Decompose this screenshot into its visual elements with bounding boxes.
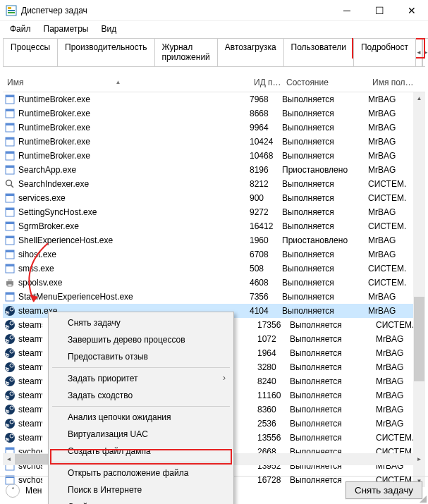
process-state: Выполняется: [290, 362, 376, 372]
table-row[interactable]: SgrmBroker.exe16412ВыполняетсяСИСТЕМ.: [3, 219, 425, 233]
process-user: СИСТЕМ.: [368, 264, 417, 273]
menu-search-online[interactable]: Поиск в Интернете: [51, 481, 231, 498]
process-state: Выполняется: [290, 376, 376, 386]
tab-processes[interactable]: Процессы: [3, 38, 58, 66]
close-button[interactable]: ✕: [396, 0, 428, 21]
table-row[interactable]: StartMenuExperienceHost.exe7356Выполняет…: [3, 290, 425, 304]
process-pid: 1072: [257, 334, 290, 344]
process-pid: 6708: [250, 250, 282, 259]
tab-users[interactable]: Пользователи: [283, 38, 354, 66]
svg-line-17: [11, 185, 14, 188]
resize-grip[interactable]: [417, 493, 427, 503]
process-name: ShellExperienceHost.exe: [18, 235, 113, 245]
table-row[interactable]: sihost.exe6708ВыполняетсяMrBAG: [3, 247, 425, 262]
menubar: Файл Параметры Вид: [0, 21, 428, 38]
minimize-button[interactable]: ─: [331, 0, 363, 21]
tab-app-history[interactable]: Журнал приложений: [154, 38, 218, 66]
menu-uac[interactable]: Виртуализация UAC: [51, 426, 231, 443]
process-name: steams: [18, 320, 42, 330]
svg-rect-29: [6, 264, 14, 266]
svg-rect-3: [8, 12, 15, 13]
menu-affinity[interactable]: Задать сходство: [51, 387, 231, 404]
svg-rect-2: [8, 10, 15, 11]
print-icon: [4, 277, 16, 288]
vertical-scrollbar[interactable]: ▲ ▼: [413, 92, 425, 487]
end-task-button[interactable]: Снять задачу: [346, 481, 422, 499]
tab-startup[interactable]: Автозагрузка: [217, 38, 284, 66]
table-row[interactable]: spoolsv.exe4608ВыполняетсяСИСТЕМ.: [3, 276, 425, 290]
process-name: steamv: [18, 348, 42, 358]
column-user[interactable]: Имя пол…: [368, 75, 417, 90]
svg-point-59: [5, 419, 15, 429]
svg-rect-23: [6, 222, 14, 224]
scroll-left-icon[interactable]: ◄: [3, 456, 15, 462]
process-pid: 13556: [257, 433, 290, 443]
process-pid: 7356: [250, 292, 282, 302]
menu-separator: [52, 367, 230, 368]
process-state: Выполняется: [282, 179, 368, 189]
menu-priority[interactable]: Задать приоритет: [51, 370, 231, 387]
svg-rect-13: [6, 152, 14, 154]
process-pid: 10424: [250, 137, 282, 147]
menu-dump[interactable]: Создать файл дампа: [51, 443, 231, 460]
process-state: Выполняется: [290, 334, 376, 344]
table-row[interactable]: RuntimeBroker.exe8668ВыполняетсяMrBAG: [3, 106, 425, 121]
menu-end-tree[interactable]: Завершить дерево процессов: [51, 331, 231, 348]
process-name: steamv: [18, 405, 42, 414]
process-user: СИСТЕМ.: [368, 221, 417, 231]
menu-file[interactable]: Файл: [4, 23, 37, 35]
tab-performance[interactable]: Производительность: [57, 38, 154, 66]
table-row[interactable]: RuntimeBroker.exe10424ВыполняетсяMrBAG: [3, 135, 425, 149]
scrollbar-thumb[interactable]: [414, 297, 424, 381]
process-name: SettingSyncHost.exe: [18, 207, 97, 217]
table-row[interactable]: smss.exe508ВыполняетсяСИСТЕМ.: [3, 262, 425, 276]
process-user: СИСТЕМ.: [368, 179, 417, 189]
column-state[interactable]: Состояние: [282, 75, 368, 90]
process-name: sihost.exe: [18, 250, 56, 259]
table-row[interactable]: SearchIndexer.exe8212ВыполняетсяСИСТЕМ.: [3, 177, 425, 191]
process-state: Выполняется: [282, 207, 368, 217]
svg-rect-27: [6, 250, 14, 252]
menu-open-location[interactable]: Открыть расположение файла: [51, 465, 231, 481]
table-row[interactable]: SearchApp.exe8196ПриостановленоMrBAG: [3, 163, 425, 177]
steam-icon: [4, 348, 16, 359]
svg-point-53: [5, 391, 15, 400]
table-row[interactable]: RuntimeBroker.exe7968ВыполняетсяMrBAG: [3, 92, 425, 106]
table-row[interactable]: SettingSyncHost.exe9272ВыполняетсяMrBAG: [3, 205, 425, 219]
process-name: SearchApp.exe: [18, 165, 76, 175]
svg-point-47: [5, 362, 15, 372]
svg-rect-66: [6, 448, 14, 450]
menu-wait-chain[interactable]: Анализ цепочки ожидания: [51, 409, 231, 426]
process-pid: 3280: [257, 362, 290, 372]
table-row[interactable]: RuntimeBroker.exe10468ВыполняетсяMrBAG: [3, 149, 425, 163]
table-row[interactable]: RuntimeBroker.exe9964ВыполняетсяMrBAG: [3, 121, 425, 135]
process-user: MrBAG: [368, 137, 417, 147]
app-icon: [4, 122, 16, 133]
menu-feedback[interactable]: Предоставить отзыв: [51, 348, 231, 365]
process-user: MrBAG: [368, 165, 417, 175]
process-pid: 9964: [250, 123, 282, 133]
menu-end-task[interactable]: Снять задачу: [51, 314, 231, 331]
menu-options[interactable]: Параметры: [38, 23, 94, 35]
search-icon: [4, 178, 16, 190]
tab-scroll-right[interactable]: ►: [422, 38, 428, 66]
table-row[interactable]: services.exe900ВыполняетсяСИСТЕМ.: [3, 191, 425, 205]
tab-details[interactable]: Подробност: [353, 38, 416, 66]
maximize-button[interactable]: ☐: [363, 0, 396, 21]
scroll-right-icon[interactable]: ►: [413, 456, 425, 462]
svg-point-44: [5, 348, 15, 358]
menu-properties[interactable]: Свойства: [51, 498, 231, 504]
process-name: RuntimeBroker.exe: [18, 151, 90, 161]
tab-scroll-left[interactable]: ◄: [415, 38, 422, 66]
window-title: Диспетчер задач: [21, 6, 87, 16]
context-menu: Снять задачу Завершить дерево процессов …: [48, 312, 234, 504]
column-name[interactable]: Имя▲: [3, 75, 250, 90]
app-icon: [4, 150, 16, 161]
menu-view[interactable]: Вид: [95, 23, 122, 35]
fewer-details-button[interactable]: ˄: [6, 484, 20, 498]
column-pid[interactable]: ИД п…: [250, 75, 282, 90]
scroll-up-icon[interactable]: ▲: [413, 92, 425, 104]
process-state: Выполняется: [282, 306, 368, 316]
table-row[interactable]: ShellExperienceHost.exe1960Приостановлен…: [3, 233, 425, 247]
svg-rect-31: [8, 279, 12, 281]
